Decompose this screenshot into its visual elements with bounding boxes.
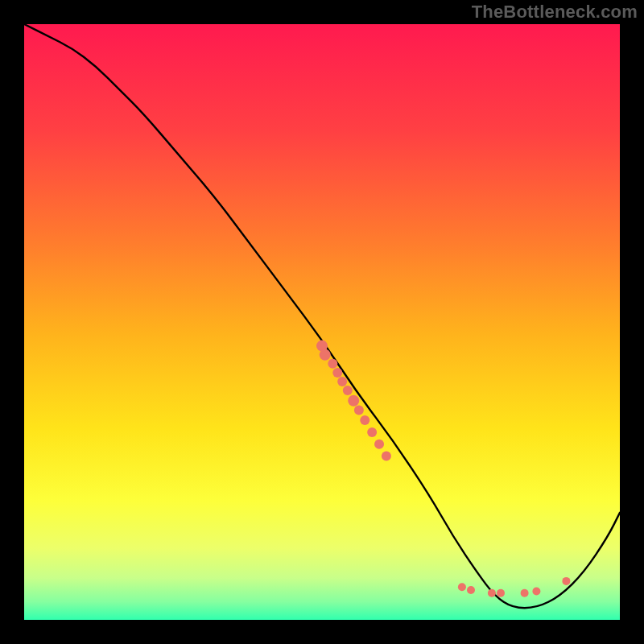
plot-area xyxy=(24,24,620,620)
scatter-point xyxy=(467,586,475,594)
scatter-point xyxy=(320,349,331,361)
scatter-point xyxy=(343,386,353,395)
scatter-point xyxy=(374,440,384,449)
chart-frame: TheBottleneck.com xyxy=(0,0,644,644)
scatter-point xyxy=(348,395,359,407)
watermark-label: TheBottleneck.com xyxy=(472,2,638,23)
plot-svg xyxy=(24,24,620,620)
scatter-point xyxy=(521,589,529,597)
scatter-point xyxy=(497,589,505,597)
plot-background xyxy=(24,24,620,620)
scatter-point xyxy=(328,359,337,369)
scatter-point xyxy=(337,377,347,386)
scatter-point xyxy=(360,415,369,425)
scatter-point xyxy=(354,406,364,415)
scatter-point xyxy=(488,589,496,597)
scatter-point xyxy=(367,427,377,437)
scatter-point xyxy=(382,452,391,461)
scatter-point xyxy=(332,368,342,378)
scatter-point xyxy=(458,583,466,591)
scatter-point xyxy=(562,577,570,585)
scatter-point xyxy=(532,587,540,595)
